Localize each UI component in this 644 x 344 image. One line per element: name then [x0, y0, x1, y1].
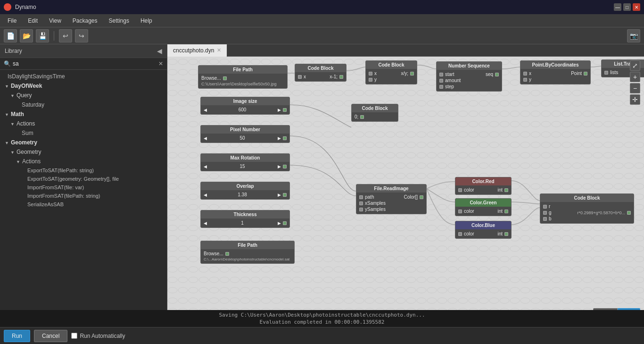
input-port[interactable]: [604, 71, 608, 75]
node-point-by-coordinates[interactable]: Point.ByCoordinates x Point y: [520, 60, 591, 84]
input-port[interactable]: [439, 73, 443, 76]
pan-button[interactable]: ✛: [630, 94, 640, 105]
tree-item-serialize[interactable]: SerializeAsSAB: [0, 200, 167, 209]
minimize-button[interactable]: —: [614, 3, 621, 11]
node-code-block-4[interactable]: Code Block r g r*0.2989+g*0.5870+b*0...: [540, 193, 634, 224]
menu-file[interactable]: File: [2, 16, 22, 26]
output-port[interactable]: [420, 195, 423, 199]
node-code-block-2[interactable]: Code Block x x/y; y: [365, 60, 417, 84]
node-overlap[interactable]: Overlap ◀ 1.38 ▶: [200, 182, 290, 200]
screenshot-button[interactable]: 📷: [627, 29, 640, 42]
tree-item-math[interactable]: Math: [0, 109, 167, 119]
close-button[interactable]: ✕: [633, 3, 640, 11]
output-port[interactable]: [225, 252, 229, 256]
input-port[interactable]: [359, 201, 363, 205]
auto-run-label[interactable]: Run Automatically: [71, 333, 125, 339]
node-color-green[interactable]: Color.Green color int: [455, 198, 512, 216]
output-port[interactable]: [339, 75, 343, 79]
node-max-rotation[interactable]: Max Rotation ◀ 15 ▶: [200, 153, 290, 171]
tree-item-geometry-sub[interactable]: Geometry: [0, 147, 167, 157]
tree-item-import2[interactable]: ImportFromSAT(filePath: string): [0, 192, 167, 200]
tree-item-geometry-top[interactable]: Geometry: [0, 138, 167, 147]
tree-item-math-actions[interactable]: Actions: [0, 119, 167, 128]
input-port[interactable]: [359, 208, 363, 211]
search-input[interactable]: [13, 60, 157, 67]
input-port-g[interactable]: [543, 211, 547, 215]
input-port[interactable]: [298, 75, 302, 79]
view-tab-geom[interactable]: Geom: [593, 308, 618, 310]
output-port[interactable]: [283, 136, 287, 140]
tab-cnccutphoto[interactable]: cnccutphoto.dyn ✕: [167, 44, 227, 57]
zoom-out-button[interactable]: −: [630, 83, 640, 93]
output-port[interactable]: [495, 73, 499, 76]
node-file-path-1[interactable]: File Path Browse... C:\Users\Aaron\Deskt…: [198, 65, 288, 89]
tree-item-query[interactable]: Query: [0, 91, 167, 100]
output-port[interactable]: [504, 188, 508, 192]
collapse-button[interactable]: ◀: [157, 47, 162, 55]
output-port[interactable]: [504, 232, 508, 236]
input-port[interactable]: [458, 232, 462, 236]
tab-close-icon[interactable]: ✕: [217, 47, 221, 53]
input-port[interactable]: [523, 72, 527, 76]
view-tab-node[interactable]: Node: [618, 308, 640, 310]
port-label-out: int: [497, 209, 503, 214]
tree-item-export1[interactable]: ExportToSAT(filePath: string): [0, 166, 167, 175]
tree-item-geo-actions[interactable]: Actions: [0, 157, 167, 166]
node-file-read-image[interactable]: File.ReadImage path Color[] xSamples: [356, 184, 427, 214]
tree-item-import1[interactable]: ImportFromSAT(file: var): [0, 183, 167, 192]
output-port[interactable]: [504, 210, 508, 213]
input-port-b[interactable]: [543, 217, 547, 221]
node-number-sequence[interactable]: Number Sequence start seq amount ste: [436, 61, 502, 92]
run-button[interactable]: Run: [4, 330, 30, 342]
input-port[interactable]: [458, 188, 462, 192]
menu-settings[interactable]: Settings: [103, 16, 135, 26]
redo-button[interactable]: ↪: [75, 29, 88, 42]
new-button[interactable]: 📄: [4, 29, 17, 42]
auto-run-checkbox[interactable]: [71, 333, 77, 339]
save-button[interactable]: 💾: [36, 29, 49, 42]
node-image-size[interactable]: Image size ◀ 600 ▶: [200, 97, 290, 115]
undo-button[interactable]: ↩: [59, 29, 72, 42]
node-color-red[interactable]: Color.Red color int: [455, 177, 512, 195]
tree-item-export2[interactable]: ExportToSAT(geometry: Geometry[], file: [0, 175, 167, 183]
input-port[interactable]: [369, 78, 372, 82]
node-thickness[interactable]: Thickness ◀ 1 ▶: [200, 210, 290, 228]
input-port-r[interactable]: [543, 205, 547, 209]
node-code-block-1[interactable]: Code Block x x-1;: [295, 64, 347, 82]
input-port[interactable]: [359, 195, 363, 199]
open-button[interactable]: 📂: [20, 29, 33, 42]
menu-view[interactable]: View: [43, 16, 67, 26]
output-port[interactable]: [223, 76, 227, 80]
clear-search-button[interactable]: ✕: [158, 60, 163, 67]
input-port[interactable]: [523, 78, 527, 82]
output-port[interactable]: [410, 72, 414, 76]
expand-button[interactable]: ⤢: [630, 60, 640, 71]
output-port[interactable]: [283, 193, 287, 197]
tree-item-saturday[interactable]: Saturday: [0, 100, 167, 109]
menu-edit[interactable]: Edit: [22, 16, 43, 26]
node-color-blue[interactable]: Color.Blue color int: [455, 221, 512, 239]
output-port[interactable]: [627, 211, 631, 215]
input-port[interactable]: [439, 79, 443, 83]
zoom-in-button[interactable]: +: [630, 72, 640, 82]
node-code-block-3[interactable]: Code Block 0;: [351, 104, 398, 122]
menu-help[interactable]: Help: [135, 16, 158, 26]
input-port[interactable]: [439, 85, 443, 89]
canvas-area[interactable]: cnccutphoto.dyn ✕ File Path: [167, 44, 644, 310]
tree-item-sum[interactable]: Sum: [0, 128, 167, 138]
cancel-button[interactable]: Cancel: [34, 330, 67, 342]
output-port[interactable]: [283, 221, 287, 225]
maximize-button[interactable]: □: [623, 3, 631, 11]
input-port[interactable]: [458, 210, 462, 213]
tree-item-isdaylight[interactable]: IsDaylightSavingsTime: [0, 72, 167, 81]
tree-item-dayofweek[interactable]: DayOfWeek: [0, 81, 167, 91]
output-port[interactable]: [360, 115, 364, 119]
input-port[interactable]: [369, 72, 372, 76]
node-pixel-number[interactable]: Pixel Number ◀ 50 ▶: [200, 125, 290, 143]
output-port[interactable]: [283, 165, 287, 168]
output-port[interactable]: [584, 72, 587, 76]
output-port[interactable]: [283, 108, 287, 112]
canvas[interactable]: File Path Browse... C:\Users\Aaron\Deskt…: [167, 57, 644, 310]
menu-packages[interactable]: Packages: [67, 16, 103, 26]
node-file-path-2[interactable]: File Path Browse... C:\...Aaron\Desktop\…: [200, 241, 295, 264]
